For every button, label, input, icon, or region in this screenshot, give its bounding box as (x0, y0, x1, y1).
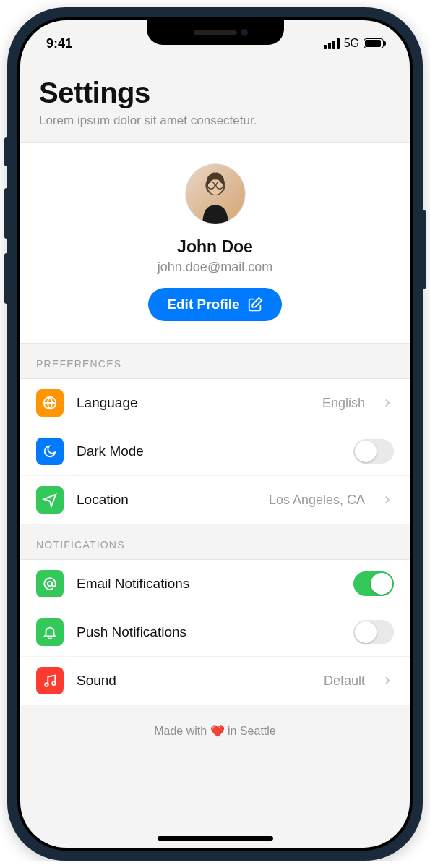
battery-icon (364, 38, 384, 48)
status-time: 9:41 (46, 36, 72, 51)
push-notifications-toggle[interactable] (353, 620, 394, 644)
profile-name: John Doe (35, 237, 395, 257)
bell-icon (36, 618, 64, 646)
notifications-section: Email Notifications Push Notifications (20, 560, 410, 705)
page-title: Settings (39, 77, 391, 109)
avatar[interactable] (185, 163, 246, 224)
at-sign-icon (36, 570, 64, 597)
profile-card: John Doe john.doe@mail.com Edit Profile (20, 143, 410, 344)
volume-down-button (4, 253, 9, 304)
row-email-notifications: Email Notifications (20, 560, 410, 608)
edit-icon (247, 297, 263, 312)
row-sound[interactable]: Sound Default (20, 657, 410, 705)
email-notifications-label: Email Notifications (77, 576, 340, 592)
moon-icon (36, 438, 64, 465)
footer-text: Made with ❤️ in Seattle (20, 705, 410, 757)
page-subtitle: Lorem ipsum dolor sit amet consectetur. (39, 114, 391, 128)
home-indicator[interactable] (158, 836, 273, 841)
row-language[interactable]: Language English (20, 379, 410, 427)
chevron-right-icon (381, 674, 394, 687)
notifications-header: Notifications (20, 524, 410, 560)
row-dark-mode: Dark Mode (20, 427, 410, 475)
email-notifications-toggle[interactable] (353, 571, 394, 596)
row-location[interactable]: Location Los Angeles, CA (20, 476, 410, 524)
network-label: 5G (344, 37, 359, 50)
volume-up-button (4, 188, 9, 239)
dark-mode-label: Dark Mode (77, 443, 340, 459)
edit-profile-label: Edit Profile (167, 297, 239, 312)
notch (147, 20, 284, 45)
profile-email: john.doe@mail.com (35, 260, 395, 275)
location-label: Location (77, 492, 256, 508)
sound-value: Default (324, 673, 365, 689)
svg-point-7 (45, 683, 48, 686)
music-icon (36, 667, 64, 694)
edit-profile-button[interactable]: Edit Profile (148, 288, 281, 321)
svg-point-8 (52, 681, 56, 685)
svg-point-6 (48, 582, 52, 586)
push-notifications-label: Push Notifications (77, 624, 340, 640)
globe-icon (36, 389, 64, 417)
power-button (421, 210, 426, 289)
side-button (4, 137, 9, 166)
language-value: English (322, 396, 365, 411)
phone-frame: 9:41 5G Settings Lorem ipsum dolor sit a… (7, 7, 423, 861)
chevron-right-icon (381, 396, 394, 409)
signal-icon (324, 38, 340, 49)
dark-mode-toggle[interactable] (353, 439, 394, 464)
navigation-icon (36, 486, 64, 514)
sound-label: Sound (77, 673, 311, 689)
page-header: Settings Lorem ipsum dolor sit amet cons… (20, 59, 410, 143)
chevron-right-icon (381, 493, 394, 506)
preferences-header: Preferences (20, 344, 410, 379)
language-label: Language (77, 395, 309, 411)
location-value: Los Angeles, CA (269, 493, 365, 508)
preferences-section: Language English Dark Mode (20, 379, 410, 524)
row-push-notifications: Push Notifications (20, 608, 410, 656)
